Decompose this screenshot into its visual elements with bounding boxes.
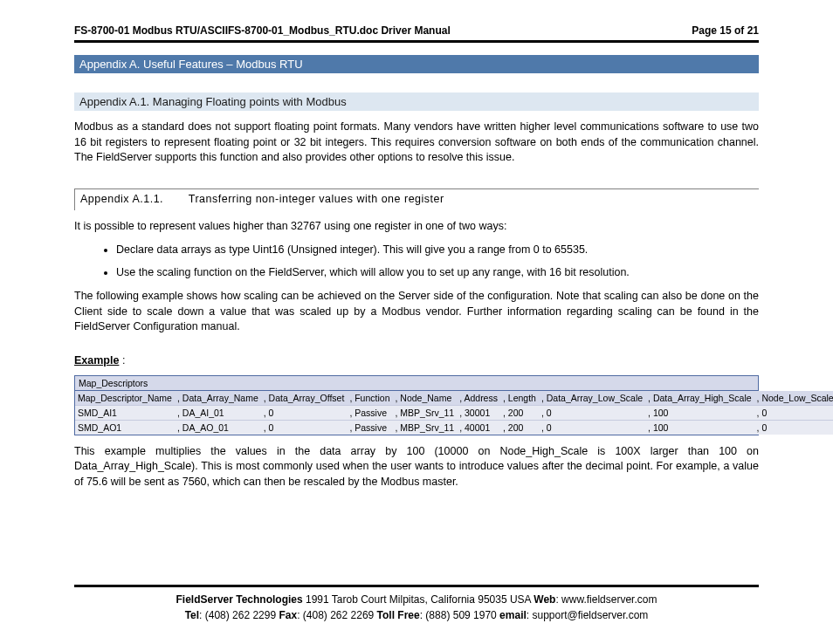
cell: , 0 [539,405,645,420]
page-footer: FieldServer Technologies 1991 Tarob Cour… [74,585,759,623]
example-table: Map_Descriptors Map_Descriptor_Name , Da… [74,375,759,435]
header-bar: FS-8700-01 Modbus RTU/ASCIIFS-8700-01_Mo… [74,24,759,43]
cell: , MBP_Srv_11 [392,405,457,420]
page-number: Page 15 of 21 [692,24,759,37]
footer-tel-label: Tel [185,609,199,621]
example-label-colon: : [119,354,125,367]
cell: , 200 [500,405,539,420]
footer-company: FieldServer Technologies [176,593,303,606]
footer-email-label: email [499,609,527,621]
bullet-list: Declare data arrays as type Uint16 (Unsi… [116,243,759,280]
col-header: , Node_Name [392,391,457,406]
map-descriptors-table: Map_Descriptor_Name , Data_Array_Name , … [75,391,833,435]
footer-web-val: : www.fieldserver.com [555,593,657,606]
col-header: , Data_Array_Name [175,391,261,406]
cell: , 200 [500,420,539,435]
subsection-heading: Appendix A.1. Managing Floating points w… [74,92,759,111]
footer-line2: Tel: (408) 262 2299 Fax: (408) 262 2269 … [74,608,759,623]
cell: , 0 [754,420,833,435]
footer-email-val: : support@fieldserver.com [527,609,649,621]
subsub-intro: It is possible to represent values highe… [74,219,759,235]
footer-toll-val: : (888) 509 1970 [420,609,499,621]
footer-tel-val: : (408) 262 2299 [199,609,279,621]
cell: , 0 [261,405,348,420]
footer-web-label: Web [534,593,555,606]
subsub-para2: The following example shows how scaling … [74,289,759,335]
subsub-number: Appendix A.1.1. [80,193,185,205]
example-label-text: Example [74,354,119,367]
table-header-row: Map_Descriptor_Name , Data_Array_Name , … [75,391,833,406]
cell: , 40001 [457,420,500,435]
col-header: , Address [457,391,500,406]
cell: , 100 [645,405,754,420]
cell: , 30001 [457,405,500,420]
subsection-paragraph: Modbus as a standard does not support fl… [74,120,759,166]
cell: , 100 [645,420,754,435]
footer-fax-val: : (408) 262 2269 [297,609,376,621]
col-header: , Data_Array_Offset [261,391,348,406]
cell: SMD_AO1 [75,420,175,435]
cell: , MBP_Srv_11 [392,420,457,435]
cell: , 0 [754,405,833,420]
list-item: Declare data arrays as type Uint16 (Unsi… [116,243,759,258]
example-label: Example : [74,354,759,367]
cell: , DA_AI_01 [175,405,261,420]
cell: , DA_AO_01 [175,420,261,435]
section-heading: Appendix A. Useful Features – Modbus RTU [74,55,759,73]
cell: SMD_AI1 [75,405,175,420]
col-header: , Data_Array_High_Scale [645,391,754,406]
footer-line1: FieldServer Technologies 1991 Tarob Cour… [74,593,759,607]
footer-fax-label: Fax [279,609,297,621]
footer-address: 1991 Tarob Court Milpitas, California 95… [303,593,534,606]
cell: , Passive [347,420,392,435]
doc-title: FS-8700-01 Modbus RTU/ASCIIFS-8700-01_Mo… [74,24,451,37]
col-header: , Data_Array_Low_Scale [539,391,645,406]
col-header: Map_Descriptor_Name [75,391,175,406]
col-header: , Node_Low_Scale [754,391,833,406]
subsub-title: Transferring non-integer values with one… [189,193,444,205]
cell: , 0 [261,420,348,435]
col-header: , Function [347,391,392,406]
cell: , 0 [539,420,645,435]
table-title: Map_Descriptors [75,376,758,391]
footer-toll-label: Toll Free [377,609,420,621]
col-header: , Length [500,391,539,406]
subsubsection-heading: Appendix A.1.1. Transferring non-integer… [74,188,759,210]
table-row: SMD_AO1 , DA_AO_01 , 0 , Passive , MBP_S… [75,420,833,435]
example-after-para: This example multiplies the values in th… [74,444,759,490]
cell: , Passive [347,405,392,420]
table-row: SMD_AI1 , DA_AI_01 , 0 , Passive , MBP_S… [75,405,833,420]
list-item: Use the scaling function on the FieldSer… [116,265,759,281]
